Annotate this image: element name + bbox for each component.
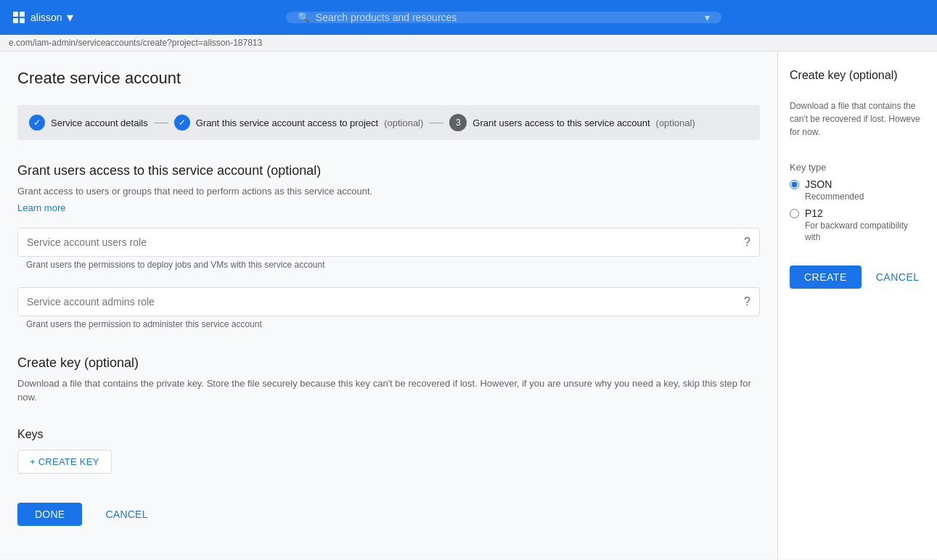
json-radio-label: JSON (805, 178, 864, 190)
svg-rect-2 (13, 18, 18, 23)
svg-rect-1 (20, 12, 25, 17)
admins-role-hint: Grant users the permission to administer… (17, 316, 760, 332)
admins-role-field-container: ? Grant users the permission to administ… (17, 287, 760, 332)
p12-radio-option: P12 For backward compatibility with (790, 207, 925, 242)
p12-radio-input[interactable] (790, 209, 799, 218)
grant-users-section: Grant users access to this service accou… (17, 163, 760, 332)
step-divider-1 (154, 123, 168, 123)
key-type-label: Key type (790, 162, 925, 173)
step-divider-2 (429, 123, 443, 123)
p12-radio-label: P12 (805, 207, 925, 219)
stepper: ✓ Service account details ✓ Grant this s… (17, 105, 760, 140)
p12-radio-content: P12 For backward compatibility with (805, 207, 925, 242)
users-role-field-container: ? Grant users the permissions to deploy … (17, 228, 760, 273)
json-radio-sublabel: Recommended (805, 192, 864, 202)
cancel-button-side[interactable]: CANCEL (867, 265, 928, 289)
page-title: Create service account (17, 69, 760, 88)
keys-section: Keys + CREATE KEY (17, 428, 760, 474)
side-panel-actions: CREATE CANCEL (790, 265, 925, 289)
grant-section-desc: Grant access to users or groups that nee… (17, 184, 760, 199)
json-radio-input[interactable] (790, 180, 799, 189)
keys-title: Keys (17, 428, 760, 441)
json-radio-content: JSON Recommended (805, 178, 864, 202)
admins-role-help-icon[interactable]: ? (744, 295, 750, 308)
step1-check-icon: ✓ (29, 115, 45, 131)
step2-label: Grant this service account access to pro… (196, 118, 378, 128)
project-name: alisson (30, 12, 62, 23)
create-key-desc: Download a file that contains the privat… (17, 376, 760, 405)
step-3: 3 Grant users access to this service acc… (449, 114, 695, 131)
users-role-help-icon[interactable]: ? (744, 236, 750, 249)
search-bar[interactable]: 🔍 ▾ (286, 12, 721, 23)
url-text: e.com/iam-admin/serviceaccounts/create?p… (9, 38, 262, 48)
admins-role-field-wrapper: ? (17, 287, 760, 316)
users-role-field-wrapper: ? (17, 228, 760, 257)
dropdown-icon[interactable]: ▾ (67, 9, 73, 25)
step1-label: Service account details (51, 118, 148, 128)
step3-number: 3 (449, 114, 467, 131)
create-key-main-section: Create key (optional) Download a file th… (17, 355, 760, 405)
create-key-button-label: + CREATE KEY (30, 456, 99, 467)
done-button[interactable]: DONE (17, 503, 82, 526)
side-panel-desc: Download a file that contains the can't … (790, 99, 925, 139)
side-panel: Create key (optional) Download a file th… (777, 52, 937, 559)
search-dropdown-icon: ▾ (705, 12, 710, 23)
svg-rect-0 (13, 12, 18, 17)
cancel-button-main[interactable]: CANCEL (94, 503, 159, 526)
bottom-actions: DONE CANCEL (17, 503, 760, 543)
main-layout: Create service account ✓ Service account… (0, 52, 937, 559)
step3-label: Grant users access to this service accou… (472, 118, 650, 128)
key-type-section: Key type JSON Recommended P12 For backwa… (790, 162, 925, 248)
users-role-hint: Grant users the permissions to deploy jo… (17, 257, 760, 273)
step2-optional: (optional) (384, 118, 423, 128)
json-radio-option: JSON Recommended (790, 178, 925, 202)
search-input[interactable] (316, 12, 699, 23)
topbar: alisson ▾ 🔍 ▾ (0, 0, 937, 35)
create-key-button[interactable]: + CREATE KEY (17, 450, 112, 474)
p12-radio-sublabel: For backward compatibility with (805, 221, 908, 242)
learn-more-link[interactable]: Learn more (17, 202, 65, 213)
create-button[interactable]: CREATE (790, 265, 862, 289)
grid-icon (12, 10, 26, 25)
step-1: ✓ Service account details (29, 115, 148, 131)
step3-optional: (optional) (656, 118, 695, 128)
url-bar: e.com/iam-admin/serviceaccounts/create?p… (0, 35, 937, 52)
search-icon: 🔍 (298, 12, 310, 23)
main-content: Create service account ✓ Service account… (0, 52, 777, 559)
users-role-input[interactable] (27, 236, 738, 248)
svg-rect-3 (20, 18, 25, 23)
project-selector[interactable]: alisson ▾ (12, 9, 73, 25)
admins-role-input[interactable] (27, 296, 738, 308)
grant-section-title: Grant users access to this service accou… (17, 163, 760, 178)
side-panel-title: Create key (optional) (790, 69, 925, 82)
step2-check-icon: ✓ (174, 115, 190, 131)
create-key-title: Create key (optional) (17, 355, 760, 371)
step-2: ✓ Grant this service account access to p… (174, 115, 424, 131)
